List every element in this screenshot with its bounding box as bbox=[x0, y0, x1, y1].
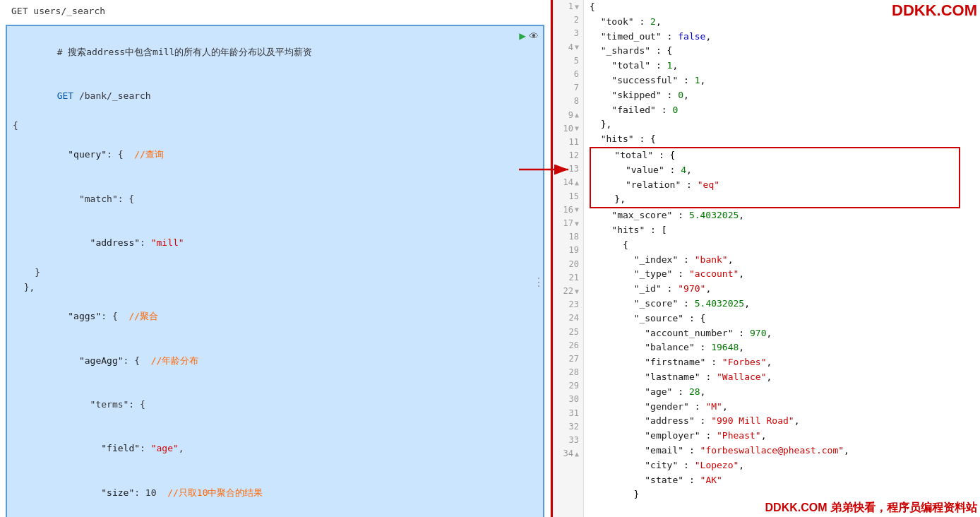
json-line-17: { bbox=[590, 238, 974, 253]
json-line-12: "value" : 4, bbox=[590, 163, 960, 178]
line-numbers-column: 1▼ 2 3 4▼ 5 6 7 8 9▲ 10▼ 11 12 13 14▲ 15… bbox=[553, 0, 584, 517]
line-num-7: 7 bbox=[557, 81, 579, 95]
json-line-22: "_source" : { bbox=[590, 311, 974, 326]
json-line-27: "age" : 28, bbox=[590, 385, 974, 400]
json-line-7: "skipped" : 0, bbox=[590, 88, 974, 103]
json-line-10: "hits" : { bbox=[590, 132, 974, 147]
selected-code-block: ▶ 👁 # 搜索address中包含mill的所有人的年龄分布以及平均薪资 GE… bbox=[6, 25, 544, 517]
json-line-33: "state" : "AK" bbox=[590, 473, 974, 488]
json-line-28: "gender" : "M", bbox=[590, 400, 974, 415]
line-num-31: 31 bbox=[557, 407, 579, 420]
comment-line: # 搜索address中包含mill的所有人的年龄分布以及平均薪资 bbox=[13, 30, 537, 74]
open-brace: { bbox=[13, 119, 537, 133]
json-line-29: "address" : "990 Mill Road", bbox=[590, 414, 974, 429]
json-line-25: "firstname" : "Forbes", bbox=[590, 355, 974, 370]
line-num-8: 8 bbox=[557, 95, 579, 108]
json-line-19: "_type" : "account", bbox=[590, 267, 974, 282]
left-panel: GET users/_search ▶ 👁 # 搜索address中包含mill… bbox=[0, 0, 551, 517]
line-num-3: 3 bbox=[557, 27, 579, 40]
line-num-17: 17▼ bbox=[557, 217, 579, 230]
line-num-20: 20 bbox=[557, 258, 579, 271]
close-query: }, bbox=[13, 280, 537, 295]
line-num-19: 19 bbox=[557, 244, 579, 257]
json-line-26: "lastname" : "Wallace", bbox=[590, 370, 974, 385]
size-line: "size": 10 //只取10中聚合的结果 bbox=[13, 471, 537, 515]
json-line-8: "failed" : 0 bbox=[590, 103, 974, 118]
line-num-1: 1▼ bbox=[557, 0, 579, 13]
line-num-9: 9▲ bbox=[557, 109, 579, 122]
line-num-21: 21 bbox=[557, 271, 579, 285]
json-viewer: 1▼ 2 3 4▼ 5 6 7 8 9▲ 10▼ 11 12 13 14▲ 15… bbox=[553, 0, 980, 517]
line-num-18: 18 bbox=[557, 230, 579, 244]
json-line-31: "email" : "forbeswallace@pheast.com", bbox=[590, 444, 974, 458]
json-line-5: "total" : 1, bbox=[590, 59, 974, 73]
json-line-16: "hits" : [ bbox=[590, 223, 974, 238]
line-num-23: 23 bbox=[557, 298, 579, 311]
line-num-28: 28 bbox=[557, 366, 579, 379]
right-wrapper: DDKK.COM 1▼ 2 3 4▼ 5 6 7 8 9▲ 10▼ 11 12 bbox=[551, 0, 980, 517]
line-num-32: 32 bbox=[557, 420, 579, 434]
json-line-21: "_score" : 5.4032025, bbox=[590, 297, 974, 311]
json-line-11: "total" : { bbox=[590, 147, 960, 163]
get-bank-line: GET /bank/_search bbox=[13, 74, 537, 118]
watermark-top: DDKK.COM bbox=[892, 1, 977, 20]
line-num-25: 25 bbox=[557, 326, 579, 339]
block-toolbar: ▶ 👁 bbox=[519, 29, 539, 42]
json-line-18: "_index" : "bank", bbox=[590, 253, 974, 268]
match-line: "match": { bbox=[13, 177, 537, 221]
run-button[interactable]: ▶ bbox=[519, 29, 526, 42]
line-num-16: 16▼ bbox=[557, 203, 579, 217]
field-age: "field": "age", bbox=[13, 427, 537, 471]
ageagg-line: "ageAgg": { //年龄分布 bbox=[13, 339, 537, 383]
line-num-33: 33 bbox=[557, 434, 579, 447]
line-num-22: 22▼ bbox=[557, 285, 579, 298]
close-match: } bbox=[13, 266, 537, 280]
settings-icon[interactable]: 👁 bbox=[529, 30, 539, 42]
line-num-26: 26 bbox=[557, 339, 579, 352]
line-num-10: 10▼ bbox=[557, 122, 579, 136]
json-line-15: "max_score" : 5.4032025, bbox=[590, 208, 974, 223]
json-line-4: "_shards" : { bbox=[590, 44, 974, 59]
get-users-search: GET users/_search bbox=[11, 6, 105, 16]
json-line-30: "employer" : "Pheast", bbox=[590, 429, 974, 444]
json-line-13: "relation" : "eq" bbox=[590, 178, 960, 193]
json-line-9: }, bbox=[590, 117, 974, 132]
more-indicator: ⋮ bbox=[533, 275, 544, 289]
address-line: "address": "mill" bbox=[13, 221, 537, 265]
json-line-32: "city" : "Lopezo", bbox=[590, 458, 974, 473]
main-container: GET users/_search ▶ 👁 # 搜索address中包含mill… bbox=[0, 0, 980, 517]
watermark-bottom: DDKK.COM 弟弟快看，程序员编程资料站 bbox=[765, 501, 977, 516]
line-num-29: 29 bbox=[557, 379, 579, 393]
json-line-3: "timed_out" : false, bbox=[590, 30, 974, 44]
right-panel: 1▼ 2 3 4▼ 5 6 7 8 9▲ 10▼ 11 12 13 14▲ 15… bbox=[551, 0, 980, 517]
line-num-2: 2 bbox=[557, 13, 579, 27]
top-query-line: GET users/_search bbox=[0, 0, 550, 22]
json-line-24: "balance" : 19648, bbox=[590, 340, 974, 355]
line-num-30: 30 bbox=[557, 393, 579, 406]
line-num-27: 27 bbox=[557, 352, 579, 366]
line-num-11: 11 bbox=[557, 136, 579, 149]
json-line-34: } bbox=[590, 487, 974, 502]
json-line-20: "_id" : "970", bbox=[590, 282, 974, 297]
line-num-6: 6 bbox=[557, 68, 579, 81]
json-line-14: }, bbox=[590, 192, 960, 208]
terms-line: "terms": { bbox=[13, 383, 537, 427]
connection-arrow bbox=[519, 152, 575, 194]
line-num-24: 24 bbox=[557, 311, 579, 325]
query-line: "query": { //查询 bbox=[13, 133, 537, 177]
line-num-5: 5 bbox=[557, 54, 579, 68]
aggs-line: "aggs": { //聚合 bbox=[13, 295, 537, 338]
json-content-area: { "took" : 2, "timed_out" : false, "_sha… bbox=[584, 0, 980, 517]
json-line-6: "successful" : 1, bbox=[590, 73, 974, 88]
line-num-34: 34▲ bbox=[557, 447, 579, 460]
line-num-4: 4▼ bbox=[557, 41, 579, 54]
json-line-23: "account_number" : 970, bbox=[590, 326, 974, 341]
